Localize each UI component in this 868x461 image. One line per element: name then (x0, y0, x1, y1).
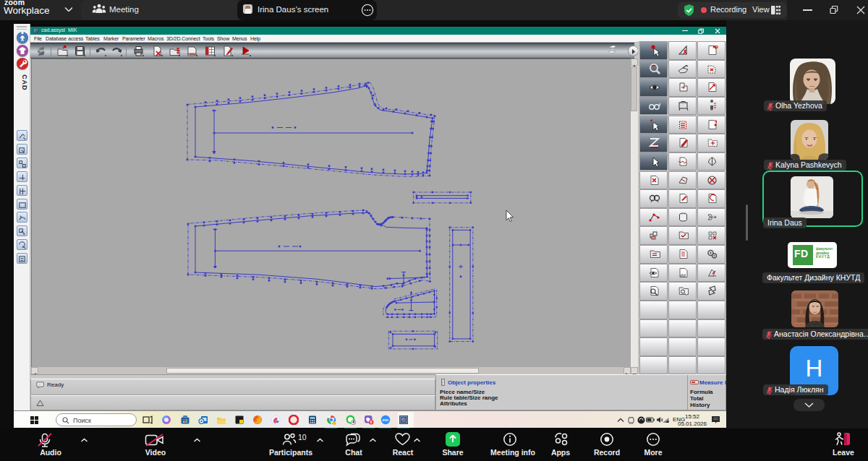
svg-text:ABC: ABC (713, 46, 719, 49)
svg-text:6: 6 (370, 420, 373, 424)
svg-text:zm: zm (383, 418, 388, 422)
